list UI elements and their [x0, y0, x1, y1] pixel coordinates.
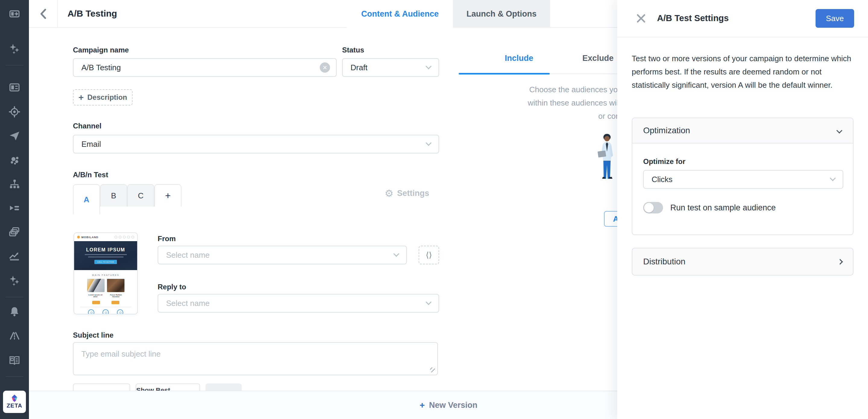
new-version-button[interactable]: + New Version [420, 400, 477, 410]
abn-test-label: A/B/n Test [73, 171, 108, 179]
new-version-label: New Version [429, 400, 477, 410]
social-icon [127, 236, 130, 238]
variant-tab-a[interactable]: A [73, 184, 100, 214]
code-icon: ⟨⟩ [426, 250, 432, 260]
from-select[interactable]: Select name [158, 246, 407, 264]
panel-description: Test two or more versions of your campai… [632, 52, 855, 92]
variant-settings-button[interactable]: ⚙ Settings [384, 187, 429, 199]
optimize-for-select[interactable]: Clicks [643, 170, 843, 189]
variant-tab-c[interactable]: C [127, 184, 154, 207]
optimization-accordion-header[interactable]: Optimization [632, 118, 853, 144]
sidebar-divider [5, 65, 24, 65]
sidebar-divider [5, 377, 24, 377]
chevron-down-icon [426, 140, 432, 146]
distribution-title: Distribution [643, 257, 685, 267]
preview-hero: LOREM IPSUM CALL TO ACTION [74, 241, 137, 270]
chevron-down-icon [836, 127, 842, 133]
preview-icon [88, 309, 94, 315]
gear-icon: ⚙ [384, 187, 394, 199]
channel-value: Email [82, 140, 101, 149]
dashboard-icon[interactable] [8, 81, 21, 94]
chevron-down-icon [830, 175, 836, 181]
status-value: Draft [350, 63, 367, 72]
sidebar-divider [5, 297, 24, 297]
channel-select[interactable]: Email [73, 135, 439, 153]
save-button[interactable]: Save [815, 9, 854, 28]
tab-include[interactable]: Include [459, 54, 579, 63]
preview-text-line [88, 257, 124, 258]
plus-icon: + [79, 92, 84, 102]
preview-button [92, 301, 100, 304]
hierarchy-icon[interactable] [8, 178, 21, 191]
chevron-down-icon [426, 63, 432, 69]
docs-icon[interactable] [8, 354, 21, 367]
panel-title: A/B Test Settings [657, 13, 729, 23]
preview-feature-image [87, 279, 104, 292]
settings-label: Settings [397, 189, 430, 198]
social-icon [119, 236, 121, 238]
add-description-button[interactable]: + Description [73, 89, 133, 106]
from-placeholder: Select name [166, 250, 210, 260]
campaign-name-input[interactable]: A/B Testing ✕ [73, 58, 337, 77]
email-preview-thumbnail[interactable]: MOBILAND LOREM IPSUM CALL TO ACTION MAIN… [73, 232, 138, 315]
attribute-button[interactable]: +Attribute [73, 383, 130, 391]
target-icon[interactable] [8, 105, 21, 118]
journey-icon[interactable] [8, 201, 21, 215]
reply-to-select[interactable]: Select name [158, 294, 439, 312]
campaign-name-value: A/B Testing [82, 63, 121, 72]
status-select[interactable]: Draft [342, 58, 439, 77]
clipped-toolbar: +Attribute Show Best Practices Consult [73, 383, 344, 391]
brand-lamp-icon [77, 236, 80, 238]
distribution-accordion-header[interactable]: Distribution [632, 248, 854, 275]
social-icon [115, 236, 117, 238]
reply-to-label: Reply to [158, 283, 186, 291]
toggle-knob [644, 203, 654, 212]
preview-hero-title: LOREM IPSUM [86, 247, 125, 252]
preview-icon [117, 309, 123, 315]
preview-icon [102, 309, 109, 315]
preview-cta-button: CALL TO ACTION [94, 260, 117, 264]
social-icon [123, 236, 126, 238]
sample-audience-label: Run test on sample audience [670, 203, 776, 212]
show-best-practices-button[interactable]: Show Best Practices [135, 383, 200, 391]
sparkles-icon[interactable] [8, 42, 21, 56]
consult-button[interactable]: Consult [206, 383, 242, 391]
left-sidebar: ZETA [0, 0, 29, 419]
back-button[interactable] [29, 0, 58, 28]
preview-brand: MOBILAND [82, 236, 113, 239]
collapse-sidebar-icon[interactable] [8, 7, 21, 21]
preview-button [112, 301, 119, 304]
back-chevron-icon [39, 8, 47, 20]
road-icon[interactable] [8, 329, 21, 342]
tab-content-audience[interactable]: Content & Audience [347, 0, 453, 28]
subject-line-textarea[interactable]: Type email subject line [73, 342, 438, 375]
page-title: A/B Testing [67, 8, 117, 19]
variant-tab-b[interactable]: B [100, 184, 127, 207]
audience-icon[interactable] [8, 153, 21, 167]
zeta-logo[interactable]: ZETA [3, 391, 26, 413]
close-icon[interactable] [636, 13, 646, 24]
chevron-down-icon [426, 299, 432, 305]
add-variant-button[interactable]: + [154, 184, 181, 207]
analytics-icon[interactable] [8, 249, 21, 263]
channel-label: Channel [73, 122, 101, 130]
status-label: Status [342, 46, 364, 54]
code-view-button[interactable]: ⟨⟩ [418, 246, 439, 264]
optimization-title: Optimization [643, 126, 690, 136]
resize-handle[interactable] [430, 367, 435, 372]
sample-audience-toggle[interactable] [643, 202, 663, 213]
assets-icon[interactable] [8, 225, 21, 238]
add-description-label: Description [87, 93, 127, 101]
subject-placeholder: Type email subject line [82, 349, 161, 358]
zeta-diamond-icon [10, 395, 19, 402]
sparkles-icon-2[interactable] [8, 274, 21, 287]
optimize-for-value: Clicks [652, 175, 673, 184]
tab-launch-options[interactable]: Launch & Options [453, 0, 550, 28]
zeta-logo-label: ZETA [7, 402, 22, 409]
send-icon[interactable] [8, 129, 21, 142]
variant-tabs: A B C + [73, 184, 254, 214]
clear-input-icon[interactable]: ✕ [320, 62, 330, 73]
from-label: From [158, 235, 176, 243]
notifications-icon[interactable] [8, 305, 21, 318]
plus-icon: + [420, 400, 425, 410]
